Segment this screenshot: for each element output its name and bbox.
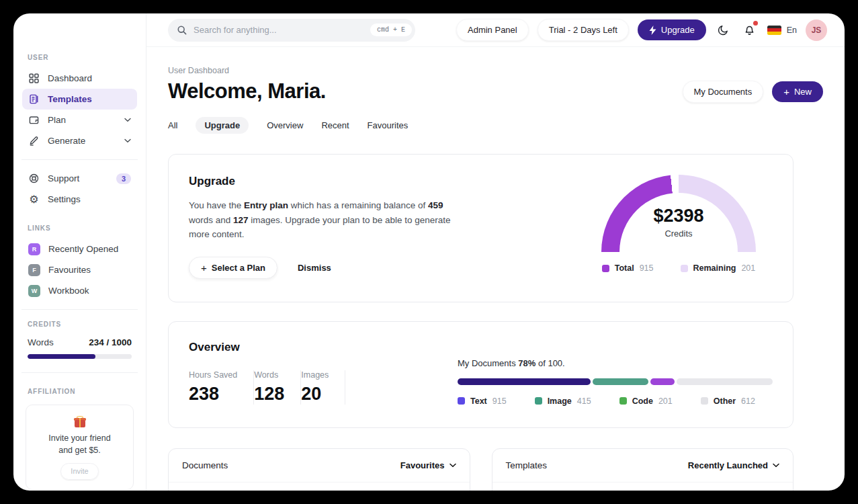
sidebar-link-recently-opened[interactable]: R Recently Opened xyxy=(22,239,137,259)
sidebar-section-links: LINKS xyxy=(28,224,132,232)
sidebar-divider xyxy=(22,372,138,373)
chevron-down-icon xyxy=(773,463,779,468)
invite-button[interactable]: Invite xyxy=(60,463,98,480)
support-count-badge: 3 xyxy=(116,173,131,184)
sidebar-item-generate[interactable]: Generate xyxy=(22,130,137,151)
document-list-item[interactable]: Untitled Document in Workbook xyxy=(169,482,470,491)
search-input[interactable] xyxy=(194,25,364,35)
search-bar[interactable]: cmd + E xyxy=(168,19,415,42)
legend-item-image: Image 415 xyxy=(535,396,591,406)
documents-card-title: Documents xyxy=(182,460,228,470)
dismiss-button[interactable]: Dismiss xyxy=(298,263,331,273)
affiliation-text-line1: Invite your friend xyxy=(33,433,126,445)
stat-words: Words 128 xyxy=(254,370,300,405)
tab-favourites[interactable]: Favourites xyxy=(368,120,409,130)
tab-bar: All Upgrade Overview Recent Favourites xyxy=(168,117,823,134)
lightning-icon xyxy=(649,26,656,35)
pencil-icon xyxy=(28,136,40,146)
bar-segment-text xyxy=(458,378,591,385)
topbar: cmd + E Admin Panel Trial - 2 Days Left … xyxy=(146,13,845,47)
select-plan-button[interactable]: + Select a Plan xyxy=(189,257,277,279)
sidebar-item-label: Plan xyxy=(48,115,66,125)
my-documents-button[interactable]: My Documents xyxy=(683,81,764,103)
documents-card: Documents Favourites Untitled Document i… xyxy=(168,448,470,491)
templates-card-title: Templates xyxy=(506,460,548,470)
legend-item-total: Total 915 xyxy=(602,263,654,273)
new-button[interactable]: + New xyxy=(772,81,823,102)
trial-status-button[interactable]: Trial - 2 Days Left xyxy=(538,19,629,41)
sidebar-item-dashboard[interactable]: Dashboard xyxy=(22,68,137,89)
template-list-item[interactable]: Blog Post Title in Workbook xyxy=(492,482,793,491)
sidebar-link-favourites[interactable]: F Favourites xyxy=(22,259,137,280)
gear-icon: ⚙ xyxy=(28,194,40,205)
german-flag-icon xyxy=(767,26,781,35)
documents-stacked-bar xyxy=(458,378,773,385)
sidebar-item-plan[interactable]: Plan xyxy=(22,110,137,130)
overview-card-title: Overview xyxy=(189,341,458,354)
upgrade-card-title: Upgrade xyxy=(189,175,458,188)
tab-upgrade[interactable]: Upgrade xyxy=(196,117,249,134)
sidebar-item-label: Favourites xyxy=(48,265,91,275)
templates-card: Templates Recently Launched Blog Post Ti… xyxy=(492,448,794,491)
sidebar-item-label: Templates xyxy=(48,94,92,104)
credits-progress-fill xyxy=(28,354,95,359)
dark-mode-toggle[interactable] xyxy=(715,22,732,39)
affiliation-card: Invite your friend and get $5. Invite xyxy=(26,405,134,490)
documents-filter-dropdown[interactable]: Favourites xyxy=(400,460,456,470)
credits-amount: $2398 xyxy=(601,206,756,226)
tab-overview[interactable]: Overview xyxy=(267,120,303,130)
legend-swatch xyxy=(681,265,688,272)
templates-filter-dropdown[interactable]: Recently Launched xyxy=(688,460,779,470)
language-selector[interactable]: En xyxy=(767,26,797,35)
sidebar-item-label: Workbook xyxy=(48,286,89,296)
stat-images: Images 20 xyxy=(301,370,345,405)
sidebar-section-affiliation: AFFILIATION xyxy=(28,388,132,395)
credits-label: Words xyxy=(28,337,54,347)
plus-icon: + xyxy=(783,87,789,97)
credits-progress-track xyxy=(28,354,132,359)
sidebar-item-label: Settings xyxy=(48,194,81,204)
legend-item-other: Other 612 xyxy=(701,396,755,406)
app-window: USER Dashboard Templates Plan xyxy=(13,13,845,491)
stat-divider xyxy=(345,370,345,405)
sidebar-link-workbook[interactable]: W Workbook xyxy=(22,280,137,301)
sidebar: USER Dashboard Templates Plan xyxy=(13,13,146,491)
sidebar-item-label: Dashboard xyxy=(48,73,92,83)
grid-icon xyxy=(28,73,40,83)
upgrade-card-text: You have the Entry plan which has a rema… xyxy=(189,198,458,242)
sidebar-item-support[interactable]: Support 3 xyxy=(22,168,137,189)
lifebuoy-icon xyxy=(28,173,40,183)
affiliation-text-line2: and get $5. xyxy=(33,445,126,457)
words-remaining: 459 xyxy=(428,200,443,210)
legend-swatch xyxy=(535,397,542,405)
plus-icon: + xyxy=(201,263,207,273)
tab-all[interactable]: All xyxy=(168,120,177,130)
gift-icon xyxy=(74,416,86,427)
user-avatar[interactable]: JS xyxy=(806,19,827,41)
sidebar-item-label: Support xyxy=(48,173,79,183)
breadcrumb: User Dashboard xyxy=(168,66,823,75)
admin-panel-button[interactable]: Admin Panel xyxy=(456,19,529,41)
sidebar-item-settings[interactable]: ⚙ Settings xyxy=(22,189,137,210)
images-remaining: 127 xyxy=(233,215,249,225)
notifications-button[interactable] xyxy=(741,22,759,39)
chevron-down-icon xyxy=(449,463,456,468)
page-title: Welcome, Maria. xyxy=(168,79,683,103)
legend-swatch xyxy=(701,397,708,405)
legend-item-text: Text 915 xyxy=(458,396,507,406)
sidebar-divider xyxy=(22,309,138,310)
legend-swatch xyxy=(602,265,609,272)
sidebar-item-label: Generate xyxy=(48,136,85,146)
plan-name: Entry plan xyxy=(244,200,288,210)
tab-recent[interactable]: Recent xyxy=(321,120,349,130)
link-initial-badge: W xyxy=(28,285,40,297)
sidebar-item-templates[interactable]: Templates xyxy=(22,89,137,110)
credits-gauge: $2398 Credits Total 915 Remaining xyxy=(585,175,773,279)
upgrade-button[interactable]: Upgrade xyxy=(638,19,706,40)
bar-segment-image xyxy=(593,378,648,385)
search-icon xyxy=(177,25,187,36)
sidebar-section-user: USER xyxy=(28,54,132,61)
stat-hours-saved: Hours Saved 238 xyxy=(189,370,253,405)
credits-value: 234 / 1000 xyxy=(89,337,132,347)
link-initial-badge: F xyxy=(28,264,40,276)
